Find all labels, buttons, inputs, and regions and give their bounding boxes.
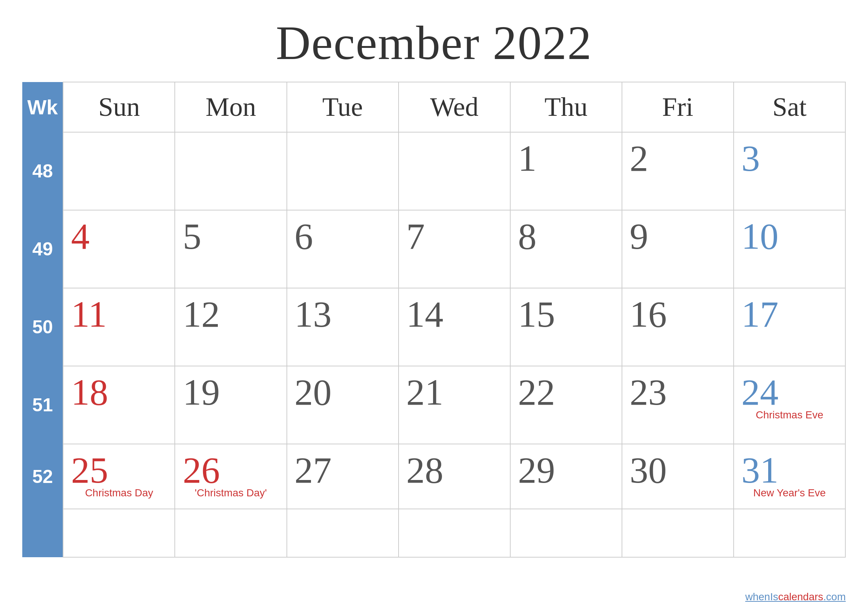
empty-row	[22, 509, 845, 557]
day-number-6: 6	[294, 216, 391, 257]
day-number-25: 25	[71, 450, 167, 491]
wk-cell-52: 52	[22, 444, 63, 509]
calendar-title: December 2022	[276, 15, 592, 71]
day-number-31: 31	[741, 450, 838, 491]
empty-day-5	[622, 509, 734, 557]
day-cell-9: 9	[622, 210, 734, 288]
thu-header: Thu	[510, 82, 622, 132]
day-cell-20: 20	[287, 366, 398, 444]
day-number-15: 15	[518, 294, 614, 335]
day-number-2: 2	[630, 138, 726, 179]
day-number-28: 28	[406, 450, 502, 491]
day-cell-21: 21	[398, 366, 510, 444]
empty-day-6	[734, 509, 845, 557]
empty-wk	[22, 509, 63, 557]
day-cell-6: 6	[287, 210, 398, 288]
empty-day-4	[510, 509, 622, 557]
day-cell-18: 18	[63, 366, 175, 444]
watermark-com: .com	[823, 591, 846, 603]
day-number-8: 8	[518, 216, 614, 257]
day-cell-24: 24Christmas Eve	[734, 366, 845, 444]
holiday-label-31: New Year's Eve	[741, 487, 838, 499]
day-number-19: 19	[183, 372, 279, 413]
day-cell-1: 1	[510, 132, 622, 210]
wed-header: Wed	[398, 82, 510, 132]
day-cell-19: 19	[175, 366, 287, 444]
holiday-label-24: Christmas Eve	[741, 409, 838, 421]
watermark-when: whenIs	[745, 591, 778, 603]
day-number-26: 26	[183, 450, 279, 491]
day-cell-25: 25Christmas Day	[63, 444, 175, 509]
empty-day-1	[175, 509, 287, 557]
day-number-24: 24	[741, 372, 838, 413]
day-number-16: 16	[630, 294, 726, 335]
empty-day-3	[398, 509, 510, 557]
week-row-50: 5011121314151617	[22, 288, 845, 366]
week-row-49: 4945678910	[22, 210, 845, 288]
day-number-18: 18	[71, 372, 167, 413]
holiday-label-26: 'Christmas Day'	[183, 487, 279, 499]
week-row-52: 5225Christmas Day26'Christmas Day'272829…	[22, 444, 845, 509]
empty-day-2	[287, 509, 398, 557]
day-number-29: 29	[518, 450, 614, 491]
day-cell-empty	[287, 132, 398, 210]
day-cell-10: 10	[734, 210, 845, 288]
week-row-51: 5118192021222324Christmas Eve	[22, 366, 845, 444]
holiday-label-25: Christmas Day	[71, 487, 167, 499]
wk-cell-51: 51	[22, 366, 63, 444]
sun-header: Sun	[63, 82, 175, 132]
day-cell-31: 31New Year's Eve	[734, 444, 845, 509]
day-number-13: 13	[294, 294, 391, 335]
wk-cell-49: 49	[22, 210, 63, 288]
day-number-3: 3	[741, 138, 838, 179]
week-row-48: 48123	[22, 132, 845, 210]
day-number-1: 1	[518, 138, 614, 179]
day-cell-5: 5	[175, 210, 287, 288]
watermark-calendars: calendars	[778, 591, 823, 603]
wk-cell-50: 50	[22, 288, 63, 366]
day-cell-29: 29	[510, 444, 622, 509]
day-cell-27: 27	[287, 444, 398, 509]
day-cell-12: 12	[175, 288, 287, 366]
day-number-22: 22	[518, 372, 614, 413]
day-cell-2: 2	[622, 132, 734, 210]
watermark[interactable]: whenIscalendars.com	[745, 591, 846, 603]
day-cell-3: 3	[734, 132, 845, 210]
day-cell-30: 30	[622, 444, 734, 509]
day-cell-14: 14	[398, 288, 510, 366]
mon-header: Mon	[175, 82, 287, 132]
day-number-23: 23	[630, 372, 726, 413]
day-number-5: 5	[183, 216, 279, 257]
wk-cell-48: 48	[22, 132, 63, 210]
day-cell-8: 8	[510, 210, 622, 288]
day-number-12: 12	[183, 294, 279, 335]
day-cell-empty	[175, 132, 287, 210]
day-number-20: 20	[294, 372, 391, 413]
day-cell-4: 4	[63, 210, 175, 288]
day-number-11: 11	[71, 294, 167, 335]
day-cell-15: 15	[510, 288, 622, 366]
day-number-17: 17	[741, 294, 838, 335]
day-cell-empty	[398, 132, 510, 210]
day-number-21: 21	[406, 372, 502, 413]
day-cell-22: 22	[510, 366, 622, 444]
day-number-14: 14	[406, 294, 502, 335]
tue-header: Tue	[287, 82, 398, 132]
day-number-27: 27	[294, 450, 391, 491]
day-number-4: 4	[71, 216, 167, 257]
calendar-table: Wk Sun Mon Tue Wed Thu Fri Sat 481234945…	[22, 82, 846, 558]
day-cell-16: 16	[622, 288, 734, 366]
day-number-9: 9	[630, 216, 726, 257]
day-number-7: 7	[406, 216, 502, 257]
calendar-page: December 2022 Wk Sun Mon Tue Wed Thu Fri…	[0, 0, 868, 614]
day-number-10: 10	[741, 216, 838, 257]
day-cell-13: 13	[287, 288, 398, 366]
day-cell-23: 23	[622, 366, 734, 444]
day-cell-17: 17	[734, 288, 845, 366]
day-cell-empty	[63, 132, 175, 210]
sat-header: Sat	[734, 82, 845, 132]
day-cell-7: 7	[398, 210, 510, 288]
day-cell-11: 11	[63, 288, 175, 366]
wk-header: Wk	[22, 82, 63, 132]
calendar-body: 4812349456789105011121314151617511819202…	[22, 132, 845, 557]
